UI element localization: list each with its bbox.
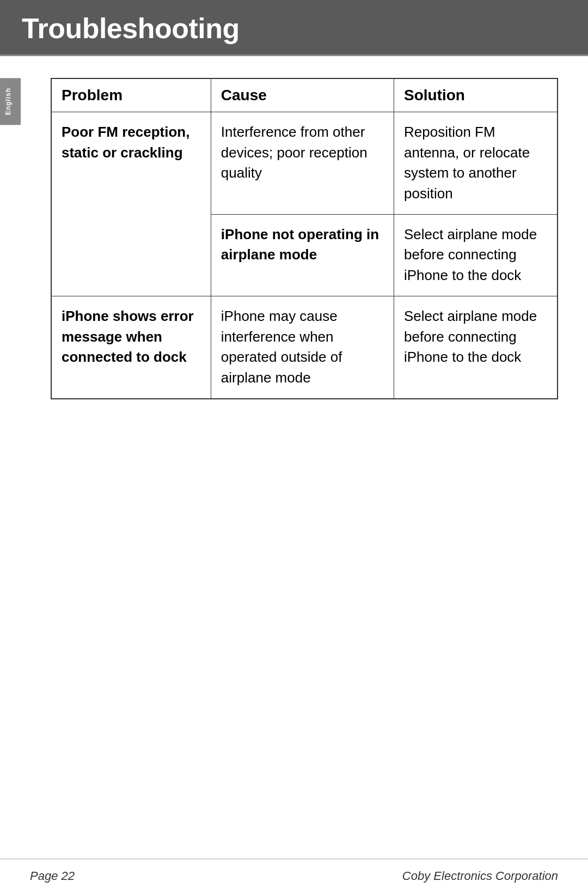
problem-cell-1: Poor FM reception, static or crackling: [52, 112, 211, 296]
problem-cell-3: iPhone shows error message when connecte…: [52, 296, 211, 398]
column-header-cause: Cause: [211, 79, 394, 112]
sidebar-language-label: English: [0, 78, 21, 125]
column-header-solution: Solution: [394, 79, 557, 112]
cause-cell-2: iPhone not operating in airplane mode: [211, 214, 394, 296]
page-footer: Page 22 Coby Electronics Corporation: [0, 859, 588, 893]
page-header: Troubleshooting: [0, 0, 588, 56]
solution-cell-2: Select airplane mode before connecting i…: [394, 214, 557, 296]
table-header-row: Problem Cause Solution: [52, 79, 558, 112]
page-number: Page 22: [30, 869, 75, 883]
table-row: Poor FM reception, static or crackling I…: [52, 112, 558, 215]
column-header-problem: Problem: [52, 79, 211, 112]
solution-cell-1: Reposition FM antenna, or relocate syste…: [394, 112, 557, 215]
solution-cell-3: Select airplane mode before connecting i…: [394, 296, 557, 398]
troubleshooting-table-wrapper: Problem Cause Solution Poor FM reception…: [51, 78, 558, 399]
table-row: iPhone shows error message when connecte…: [52, 296, 558, 398]
brand-name: Coby Electronics Corporation: [402, 869, 558, 883]
cause-cell-1: Interference from other devices; poor re…: [211, 112, 394, 215]
page-title: Troubleshooting: [22, 12, 566, 45]
main-content: English Problem Cause Solution Poor FM r…: [0, 56, 588, 421]
troubleshooting-table: Problem Cause Solution Poor FM reception…: [51, 78, 558, 399]
cause-cell-3: iPhone may cause interference when opera…: [211, 296, 394, 398]
